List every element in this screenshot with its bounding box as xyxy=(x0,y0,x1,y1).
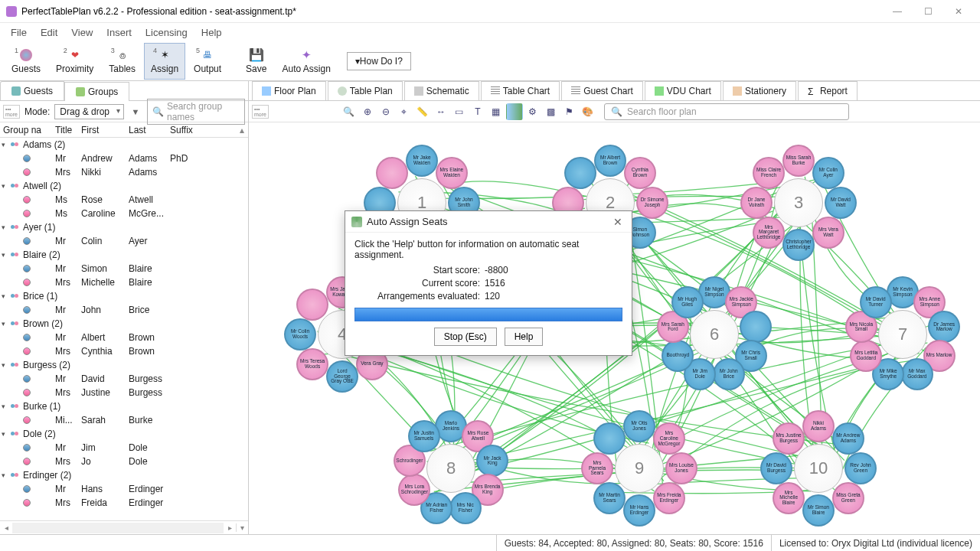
rect-icon[interactable]: ▭ xyxy=(451,103,468,120)
guest-row[interactable]: MrAlbertBrown xyxy=(0,331,248,344)
guest-row[interactable]: MrsJoDole xyxy=(0,455,248,468)
group-row[interactable]: ▾Erdinger (2) xyxy=(0,468,248,482)
seat[interactable]: Mr Hans Erdinger xyxy=(623,494,655,527)
seat[interactable]: Cynthia Brown xyxy=(624,157,656,189)
guest-row[interactable]: MrAndrewAdamsPhD xyxy=(0,152,248,165)
tab-floor-plan[interactable]: Floor Plan xyxy=(252,81,326,100)
col-first[interactable]: First xyxy=(78,123,126,137)
menu-insert[interactable]: Insert xyxy=(100,25,138,40)
seat[interactable]: Miss Greta Green xyxy=(832,482,864,514)
seat[interactable]: Mrs Elaine Walden xyxy=(436,157,468,189)
tab-schematic[interactable]: Schematic xyxy=(404,81,479,100)
guest-row[interactable]: MrSimonBlaire xyxy=(0,262,248,276)
guest-row[interactable]: Mi...SarahBurke xyxy=(0,413,248,427)
zoom-fit-icon[interactable]: 🔍 xyxy=(341,103,358,120)
group-row[interactable]: ▾Burgess (2) xyxy=(0,358,248,372)
group-row[interactable]: ▾Adams (2) xyxy=(0,138,248,152)
step-output-button[interactable]: 5🖶Output xyxy=(187,43,228,80)
guest-row[interactable]: MrJohnBrice xyxy=(0,303,248,317)
seat[interactable]: Miss Claire French xyxy=(753,157,785,189)
table-8[interactable]: 8 xyxy=(426,444,475,493)
guest-row[interactable]: MrsMichelleBlaire xyxy=(0,276,248,289)
seat[interactable]: Dr Simone Joseph xyxy=(636,187,668,219)
table-10[interactable]: 10 xyxy=(794,444,843,493)
group-row[interactable]: ▾Burke (1) xyxy=(0,399,248,413)
dialog-close-button[interactable]: ✕ xyxy=(610,216,626,228)
seat[interactable]: Mr Max Goddard xyxy=(901,358,933,390)
seat[interactable]: Mr Andrew Adams xyxy=(832,422,864,455)
seat[interactable]: Mr Otis Jones xyxy=(623,410,655,442)
maximize-button[interactable]: ☐ xyxy=(913,0,943,23)
seat[interactable]: Mrs Nic Fisher xyxy=(449,492,482,524)
group-row[interactable]: ▾Blaire (2) xyxy=(0,248,248,262)
seat[interactable]: Mrs Caroline McGregor xyxy=(653,422,685,455)
col-title[interactable]: Title xyxy=(52,123,78,137)
seat[interactable] xyxy=(376,157,408,189)
seat[interactable]: Mr Justin Samuels xyxy=(408,420,440,452)
text-icon[interactable]: T xyxy=(469,103,486,120)
tab-stationery[interactable]: Stationery xyxy=(723,81,796,100)
guest-row[interactable]: MrsCynthiaBrown xyxy=(0,344,248,358)
zoom-out-icon[interactable]: ⊖ xyxy=(377,103,394,120)
seat[interactable]: Mr Jake Walden xyxy=(406,145,438,177)
menu-licensing[interactable]: Licensing xyxy=(139,25,194,40)
group-row[interactable]: ▾Brown (2) xyxy=(0,317,248,331)
zoom-in-icon[interactable]: ⊕ xyxy=(359,103,376,120)
help-button[interactable]: Help xyxy=(505,328,544,346)
group-row[interactable]: ▾Atwell (2) xyxy=(0,179,248,193)
col-last[interactable]: Last xyxy=(126,123,167,137)
seat[interactable]: Mrs Teresa Woods xyxy=(296,348,328,380)
seat[interactable]: Mr David Burgess xyxy=(760,452,792,484)
seat[interactable]: Mrs Michelle Blaire xyxy=(773,482,805,514)
seat[interactable]: Mr Martin Sears xyxy=(593,482,626,514)
seat[interactable]: Mr Hugh Giles xyxy=(671,286,704,318)
seat[interactable]: Boothroyd xyxy=(662,340,694,372)
seat[interactable]: Mrs Freida Erdinger xyxy=(653,482,685,514)
stop-button[interactable]: Stop (Esc) xyxy=(434,328,497,346)
seat[interactable]: Nikki Adams xyxy=(802,410,835,442)
seat[interactable]: Mr Simon Blaire xyxy=(802,494,835,527)
tab-guests[interactable]: Guests xyxy=(0,81,64,100)
menu-view[interactable]: View xyxy=(65,25,99,40)
ruler-icon[interactable]: 📏 xyxy=(414,103,431,120)
seat[interactable]: Mrs Justine Burgess xyxy=(773,422,805,455)
seat[interactable]: Mr John Brice xyxy=(713,358,745,390)
table-7[interactable]: 7 xyxy=(878,310,927,359)
seat[interactable]: Mrs Margaret Lethbridge xyxy=(753,217,785,249)
zoom-sel-icon[interactable]: ⌖ xyxy=(396,103,413,120)
gear-icon[interactable]: ⚙ xyxy=(524,103,541,120)
seat[interactable]: Mrs Louise Jones xyxy=(665,452,697,484)
close-button[interactable]: ✕ xyxy=(943,0,974,23)
seat[interactable] xyxy=(296,289,328,321)
seat[interactable]: Mr David Watt xyxy=(825,187,857,219)
seat[interactable]: Mr Colin Ayer xyxy=(812,157,844,189)
gradient-icon[interactable] xyxy=(506,103,523,120)
table-6[interactable]: 6 xyxy=(690,310,739,359)
tab-report[interactable]: ΣReport xyxy=(798,81,858,100)
seat[interactable]: Mr Colin Woods xyxy=(284,318,316,350)
seat[interactable]: Lord George Gray OBE xyxy=(326,360,358,393)
more-icon[interactable]: •••more xyxy=(3,105,20,119)
seat[interactable]: Mrs Lora Schrodinger xyxy=(398,474,430,506)
tab-groups[interactable]: Groups xyxy=(64,82,129,101)
group-row[interactable]: ▾Brice (1) xyxy=(0,289,248,303)
scroll-up-icon[interactable]: ▴ xyxy=(236,125,248,135)
guest-row[interactable]: MrDavidBurgess xyxy=(0,372,248,386)
guest-row[interactable]: MrColinAyer xyxy=(0,234,248,248)
step-proximity-button[interactable]: 2❤Proximity xyxy=(49,43,100,80)
step-tables-button[interactable]: 3⌾Tables xyxy=(102,43,142,80)
more-icon[interactable]: •••more xyxy=(252,105,269,119)
tab-guest-chart[interactable]: Guest Chart xyxy=(561,81,643,100)
seat[interactable]: Miss Sarah Burke xyxy=(782,145,815,177)
mode-dropdown[interactable]: Drag & drop xyxy=(54,104,124,119)
group-row[interactable]: ▾Dole (2) xyxy=(0,427,248,441)
seat[interactable]: Christopher Lethbridge xyxy=(782,229,815,261)
table-3[interactable]: 3 xyxy=(774,178,823,227)
seat[interactable]: Mrs Letitia Goddard xyxy=(850,340,882,372)
seat[interactable]: Mrs Vera Watt xyxy=(812,217,844,249)
step-guests-button[interactable]: 1Guests xyxy=(5,43,47,80)
menu-edit[interactable]: Edit xyxy=(34,25,64,40)
minimize-button[interactable]: — xyxy=(882,0,913,23)
groups-hscroll[interactable]: ◂▸▾ xyxy=(0,520,248,534)
seat[interactable] xyxy=(593,422,626,455)
